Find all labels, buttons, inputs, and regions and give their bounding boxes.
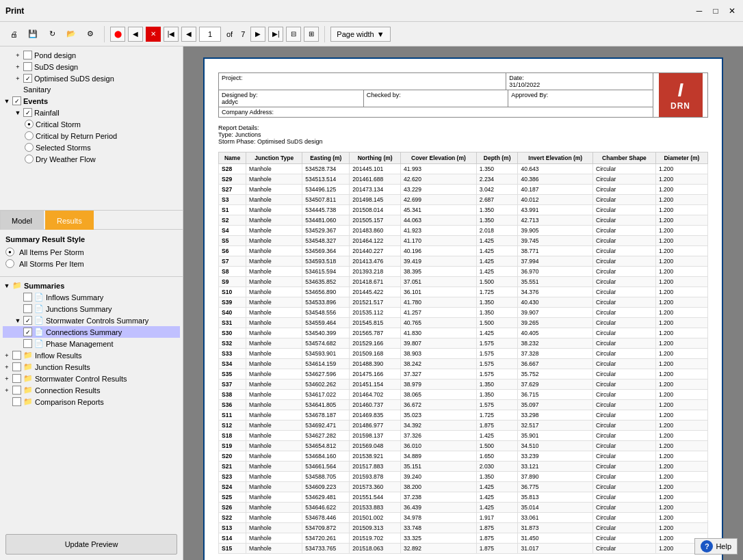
table-cell: 36.101 — [401, 287, 477, 297]
radio-all-storms-icon[interactable] — [5, 259, 14, 268]
checkbox-events[interactable] — [12, 96, 21, 105]
tab-model[interactable]: Model — [0, 211, 44, 230]
page-number-input[interactable]: 1 — [199, 27, 221, 42]
checkbox-junction-results[interactable] — [12, 362, 21, 371]
tree-item-junctions-summary[interactable]: 📄 Junctions Summary — [3, 303, 180, 315]
page-width-dropdown[interactable]: Page width ▼ — [330, 27, 390, 42]
tab-results-label: Results — [57, 217, 82, 225]
checkbox-pond[interactable] — [23, 51, 32, 59]
close-button[interactable]: ✕ — [727, 5, 738, 16]
tree-item-events[interactable]: ▼ Events — [3, 95, 180, 107]
table-cell: 201461.688 — [350, 174, 401, 185]
table-cell: 201551.544 — [350, 492, 401, 503]
tree-item-comparison-reports[interactable]: 📁 Comparison Reports — [3, 396, 180, 408]
checkbox-junctions[interactable] — [23, 304, 32, 313]
first-page-button[interactable]: |◀ — [164, 27, 179, 42]
tree-item-critical-storm[interactable]: Critical Storm — [3, 118, 180, 130]
tree-item-phase-management[interactable]: 📄 Phase Management — [3, 338, 180, 349]
back-button[interactable]: ◀ — [128, 27, 143, 42]
table-row: S22Manhole534678.446201501.00234.9781.91… — [219, 513, 708, 523]
last-page-button[interactable]: ▶| — [268, 27, 283, 42]
tree-area[interactable]: + Pond design + SuDS design + Optimised … — [0, 46, 183, 211]
update-preview-button[interactable]: Update Preview — [5, 534, 177, 555]
checkbox-comparison[interactable] — [12, 397, 21, 406]
tree-item-stormwater-results[interactable]: + 📁 Stormwater Control Results — [3, 373, 180, 384]
table-cell: Circular — [593, 462, 656, 472]
radio-all-storms-per-item[interactable]: All Storms Per Item — [5, 259, 177, 268]
checkbox-suds[interactable] — [23, 62, 32, 71]
stop-red-button[interactable]: ✕ — [146, 27, 161, 42]
tree-item-critical-return[interactable]: Critical by Return Period — [3, 130, 180, 142]
table-cell: 2.687 — [476, 195, 518, 205]
tree-item-junction-results[interactable]: + 📁 Junction Results — [3, 361, 180, 373]
tree-item-dry-weather[interactable]: Dry Weather Flow — [3, 153, 180, 165]
checkbox-inflows[interactable] — [23, 293, 32, 302]
radio-dry-weather[interactable] — [25, 155, 34, 163]
save-icon[interactable]: 💾 — [25, 26, 41, 42]
table-cell: 43.991 — [518, 205, 593, 215]
tree-item-pond-design[interactable]: + Pond design — [3, 49, 180, 61]
table-cell: S12 — [219, 421, 246, 431]
table-cell: Manhole — [246, 246, 302, 256]
right-panel[interactable]: Project: Date: 31/10/2022 Designed by: a… — [183, 46, 743, 560]
maximize-button[interactable]: □ — [710, 5, 721, 16]
minimize-button[interactable]: ─ — [694, 5, 705, 16]
table-cell: 201545.815 — [350, 318, 401, 328]
radio-all-items-icon[interactable] — [5, 248, 14, 256]
tree-item-inflow-results[interactable]: + 📁 Inflow Results — [3, 349, 180, 361]
checkbox-stormwater-results[interactable] — [12, 374, 21, 383]
checkbox-phase[interactable] — [23, 339, 32, 348]
table-cell: 37.051 — [401, 277, 477, 287]
table-cell: 534617.022 — [302, 390, 350, 400]
checkbox-stormwater[interactable] — [23, 316, 32, 325]
table-cell: Manhole — [246, 513, 302, 523]
summary-tree[interactable]: ▼ 📁 Summaries 📄 Inflows Summary 📄 Juncti… — [0, 277, 183, 529]
tree-item-selected-storms[interactable]: Selected Storms — [3, 142, 180, 153]
settings-icon[interactable]: ⚙ — [82, 26, 99, 42]
radio-all-items-per-storm[interactable]: All Items Per Storm — [5, 248, 177, 256]
view2-button[interactable]: ⊞ — [304, 27, 319, 42]
prev-page-button[interactable]: ◀ — [181, 27, 196, 42]
tree-item-sanitary[interactable]: Sanitary — [3, 84, 180, 95]
tree-item-inflows-summary[interactable]: 📄 Inflows Summary — [3, 291, 180, 303]
table-cell: 534602.262 — [302, 379, 350, 390]
approved-by-label: Approved By: — [511, 92, 650, 98]
open-icon[interactable]: 📂 — [63, 26, 79, 42]
folder-icon: 📁 — [23, 374, 33, 383]
refresh-icon[interactable]: ↻ — [44, 26, 60, 42]
tree-item-stormwater-summary[interactable]: ▼ 📄 Stormwater Controls Summary — [3, 315, 180, 326]
print-icon[interactable]: 🖨 — [5, 26, 22, 42]
tree-label: Critical by Return Period — [36, 132, 117, 140]
tree-item-connections-summary[interactable]: 📄 Connections Summary — [3, 326, 180, 338]
radio-critical-return[interactable] — [25, 131, 34, 140]
table-cell: 201529.166 — [350, 338, 401, 349]
help-button[interactable]: ? Help — [694, 538, 738, 555]
table-cell: 201518.063 — [350, 544, 401, 554]
checkbox-inflow-results[interactable] — [12, 351, 21, 360]
table-cell: 201569.048 — [350, 441, 401, 451]
tree-item-connection-results[interactable]: + 📁 Connection Results — [3, 384, 180, 396]
checkbox-rainfall[interactable] — [23, 108, 32, 117]
stop-button[interactable]: ⬤ — [110, 27, 125, 42]
table-cell: 1.200 — [655, 236, 707, 246]
checkbox-connections[interactable] — [23, 328, 32, 336]
checkbox-connection-results[interactable] — [12, 386, 21, 395]
checkbox-optimised-suds[interactable] — [23, 74, 32, 83]
tree-item-rainfall[interactable]: ▼ Rainfall — [3, 107, 180, 118]
radio-critical-storm[interactable] — [25, 120, 34, 129]
expand-icon: ▼ — [14, 317, 22, 325]
table-cell: 1.875 — [476, 523, 518, 533]
view1-button[interactable]: ⊟ — [286, 27, 301, 42]
tree-item-optimised-suds[interactable]: + Optimised SuDS design — [3, 72, 180, 84]
radio-selected-storms[interactable] — [25, 143, 34, 152]
window-controls: ─ □ ✕ — [694, 5, 738, 16]
tree-item-summaries[interactable]: ▼ 📁 Summaries — [3, 280, 180, 291]
table-cell: Circular — [593, 492, 656, 503]
toolbar-separator-2 — [324, 26, 325, 42]
table-row: S18Manhole534627.282201598.13737.3261.42… — [219, 431, 708, 441]
tab-results[interactable]: Results — [45, 211, 94, 230]
table-cell: 35.551 — [518, 277, 593, 287]
tree-item-suds-design[interactable]: + SuDS design — [3, 61, 180, 72]
table-cell: 1.500 — [476, 277, 518, 287]
next-page-button[interactable]: ▶ — [250, 27, 265, 42]
